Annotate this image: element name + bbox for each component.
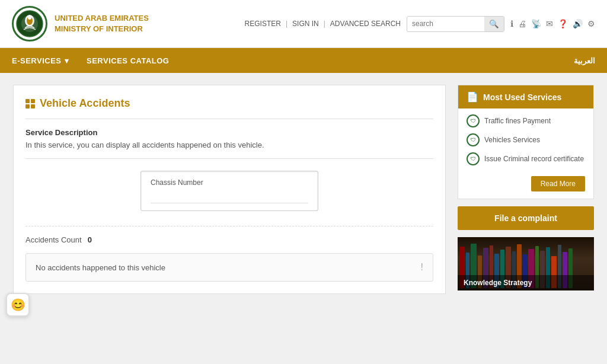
knowledge-overlay: Knowledge Strategy	[458, 275, 594, 290]
no-accidents-text: No accidents happened to this vehicle	[36, 263, 165, 272]
read-more-button[interactable]: Read More	[531, 176, 585, 191]
complaint-button[interactable]: File a complaint	[458, 206, 594, 230]
nav-left: E-SERVICES ▾ SERVICES CATALOG	[12, 56, 169, 65]
sep1: |	[286, 20, 287, 28]
org-name: UNITED ARAB EMIRATES MINISTRY OF INTERIO…	[55, 13, 149, 34]
service-desc-text: In this service, you can display all acc…	[25, 141, 433, 149]
audio-icon[interactable]: 🔊	[573, 19, 583, 28]
knowledge-label: Knowledge Strategy	[464, 279, 532, 287]
logo-area: UNITED ARAB EMIRATES MINISTRY OF INTERIO…	[12, 6, 149, 41]
navbar: E-SERVICES ▾ SERVICES CATALOG العربية	[0, 48, 607, 73]
service-list: 🛡 Traffic fines Payment 🛡 Vehicles Servi…	[458, 108, 593, 171]
accidents-count-label: Accidents Count	[25, 235, 82, 244]
most-used-header: 📄 Most Used Services	[458, 85, 593, 108]
most-used-card: 📄 Most Used Services 🛡 Traffic fines Pay…	[458, 85, 594, 199]
service-desc-label: Service Description	[25, 128, 433, 137]
info-icon[interactable]: ℹ	[510, 19, 513, 28]
chassis-box: Chassis Number	[140, 171, 318, 211]
rss-icon[interactable]: 📡	[531, 19, 541, 28]
knowledge-card[interactable]: Knowledge Strategy	[458, 237, 594, 290]
read-more-row: Read More	[458, 171, 593, 199]
chat-button[interactable]: 😊	[6, 293, 30, 317]
service-badge-1: 🛡	[467, 114, 480, 127]
chassis-form: Chassis Number	[25, 171, 433, 211]
signin-link[interactable]: SIGN IN	[292, 20, 319, 28]
search-button[interactable]: 🔍	[484, 17, 504, 31]
no-accidents-box: No accidents happened to this vehicle !	[25, 253, 433, 282]
print-icon[interactable]: 🖨	[518, 19, 526, 28]
header-links: REGISTER | SIGN IN | ADVANCED SEARCH	[245, 20, 401, 28]
main-wrapper: Vehicle Accidents Service Description In…	[0, 73, 607, 340]
grid-icon	[25, 99, 35, 108]
logo-circle	[12, 6, 47, 41]
logo-svg	[15, 9, 44, 39]
chevron-down-icon: ▾	[65, 56, 69, 65]
services-catalog-nav[interactable]: SERVICES CATALOG	[87, 56, 169, 65]
divider-1	[25, 119, 433, 119]
divider-3	[25, 226, 433, 226]
settings-icon[interactable]: ⚙	[587, 19, 595, 28]
header-icons: ℹ 🖨 📡 ✉ ❓ 🔊 ⚙	[510, 19, 595, 28]
page-title: Vehicle Accidents	[25, 97, 433, 110]
exclaim-icon: !	[421, 262, 423, 273]
left-panel: Vehicle Accidents Service Description In…	[13, 85, 446, 294]
chassis-label: Chassis Number	[151, 178, 308, 187]
help-icon[interactable]: ❓	[558, 19, 568, 28]
register-link[interactable]: REGISTER	[245, 20, 281, 28]
service-badge-2: 🛡	[467, 133, 480, 146]
eservices-nav[interactable]: E-SERVICES ▾	[12, 56, 69, 65]
search-input[interactable]	[407, 17, 484, 31]
content-layout: Vehicle Accidents Service Description In…	[13, 85, 594, 294]
search-box: 🔍	[407, 16, 504, 32]
accidents-count-row: Accidents Count 0	[25, 235, 433, 244]
accidents-count-value: 0	[88, 235, 92, 244]
sep2: |	[324, 20, 325, 28]
arabic-label[interactable]: العربية	[574, 56, 595, 65]
right-panel: 📄 Most Used Services 🛡 Traffic fines Pay…	[458, 85, 594, 294]
header-right: REGISTER | SIGN IN | ADVANCED SEARCH 🔍 ℹ…	[245, 16, 595, 32]
mail-icon[interactable]: ✉	[546, 19, 553, 28]
chassis-input[interactable]	[151, 192, 308, 203]
doc-icon: 📄	[467, 91, 478, 103]
list-item[interactable]: 🛡 Traffic fines Payment	[467, 114, 585, 127]
advanced-search-link[interactable]: ADVANCED SEARCH	[330, 20, 401, 28]
divider-2	[25, 158, 433, 159]
list-item[interactable]: 🛡 Issue Criminal record certificate	[467, 152, 585, 165]
list-item[interactable]: 🛡 Vehicles Services	[467, 133, 585, 146]
service-badge-3: 🛡	[467, 152, 480, 165]
header: UNITED ARAB EMIRATES MINISTRY OF INTERIO…	[0, 0, 607, 48]
